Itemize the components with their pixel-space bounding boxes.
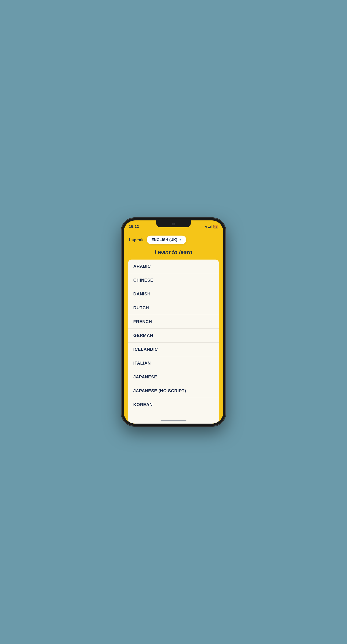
language-item-label: DANISH bbox=[133, 292, 150, 296]
language-list-item[interactable]: JAPANESE bbox=[128, 370, 219, 384]
language-list-item[interactable]: KOREAN bbox=[128, 398, 219, 412]
language-item-label: ICELANDIC bbox=[133, 347, 158, 352]
language-item-label: ARABIC bbox=[133, 264, 151, 269]
app-content: I speak ENGLISH (UK) ▼ I want to learn A… bbox=[124, 231, 223, 424]
i-speak-label: I speak bbox=[129, 238, 144, 242]
battery-percentage: 46 bbox=[213, 225, 218, 228]
language-dropdown[interactable]: ENGLISH (UK) ▼ bbox=[147, 236, 186, 244]
language-selector-row: I speak ENGLISH (UK) ▼ bbox=[128, 236, 186, 244]
status-icons: G 46 bbox=[205, 225, 218, 228]
notch bbox=[156, 220, 191, 227]
dropdown-arrow-icon: ▼ bbox=[179, 238, 182, 242]
language-list-item[interactable]: ARABIC bbox=[128, 260, 219, 274]
language-list-item[interactable]: JAPANESE (NO SCRIPT) bbox=[128, 384, 219, 398]
language-list-item[interactable]: DUTCH bbox=[128, 301, 219, 315]
language-list-item[interactable]: ITALIAN bbox=[128, 356, 219, 370]
language-list-item[interactable]: DANISH bbox=[128, 287, 219, 301]
language-list-item[interactable]: ICELANDIC bbox=[128, 342, 219, 356]
language-item-label: ITALIAN bbox=[133, 361, 151, 366]
language-item-label: JAPANESE (NO SCRIPT) bbox=[133, 388, 186, 393]
language-item-label: DUTCH bbox=[133, 305, 149, 310]
camera bbox=[172, 222, 175, 225]
language-item-label: FRENCH bbox=[133, 319, 152, 324]
language-item-label: CHINESE bbox=[133, 278, 153, 283]
language-list-item[interactable]: FRENCH bbox=[128, 315, 219, 329]
language-list: ARABICCHINESEDANISHDUTCHFRENCHGERMANICEL… bbox=[128, 260, 219, 424]
language-item-label: JAPANESE bbox=[133, 374, 157, 380]
language-item-label: KOREAN bbox=[133, 402, 153, 407]
page-title: I want to learn bbox=[155, 249, 192, 256]
language-item-label: GERMAN bbox=[133, 333, 153, 338]
selected-language-text: ENGLISH (UK) bbox=[152, 238, 178, 242]
status-time: 15:22 bbox=[129, 224, 139, 229]
signal-bars-icon bbox=[208, 225, 212, 228]
language-list-item[interactable]: CHINESE bbox=[128, 274, 219, 287]
home-bar bbox=[160, 420, 186, 422]
phone-frame: 15:22 G 46 I speak ENGLISH (UK) ▼ I w bbox=[122, 218, 225, 426]
network-indicator: G bbox=[205, 225, 207, 228]
language-list-item[interactable]: GERMAN bbox=[128, 329, 219, 342]
phone-screen: 15:22 G 46 I speak ENGLISH (UK) ▼ I w bbox=[124, 220, 223, 424]
